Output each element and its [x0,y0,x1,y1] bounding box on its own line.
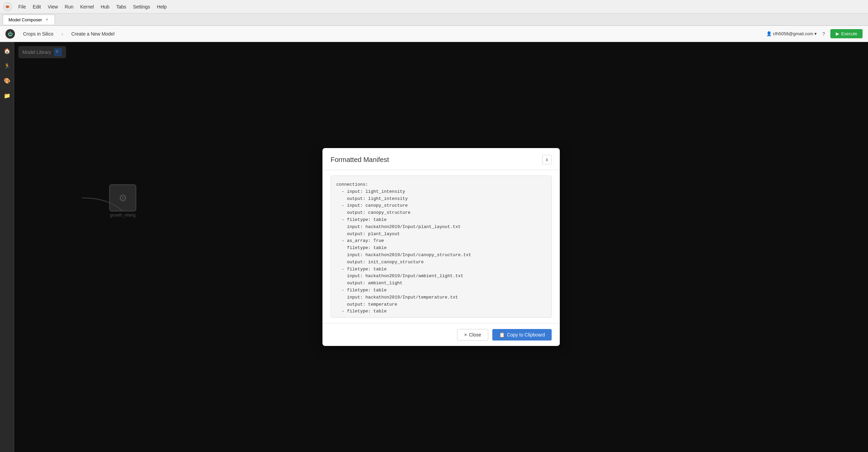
modal-body: connections: - input: light_intensity ou… [322,170,560,323]
menu-help[interactable]: Help [154,3,170,11]
sidebar-icon-palette[interactable]: 🎨 [2,76,12,85]
modal-overlay[interactable]: Formatted Manifest x connections: - inpu… [14,42,868,452]
formatted-manifest-modal: Formatted Manifest x connections: - inpu… [322,148,560,346]
canvas-area: Model Library 🔍 ⚙ growth_mlang Formatted… [14,42,868,452]
menu-settings[interactable]: Settings [130,3,154,11]
execute-play-icon: ▶ [836,31,839,36]
app-power-icon: ⏻ [5,29,15,39]
manifest-code-block[interactable]: connections: - input: light_intensity ou… [331,176,552,318]
tab-label: Model Composer [8,17,42,22]
execute-button[interactable]: ▶ Execute [830,29,863,38]
copy-to-clipboard-button[interactable]: 📋 Copy to Clipboard [492,329,552,341]
menu-tabs[interactable]: Tabs [113,3,130,11]
model-composer-tab[interactable]: Model Composer × [3,15,55,24]
tabbar: Model Composer × [0,14,868,26]
user-icon: 👤 [766,31,772,36]
modal-footer: × Close 📋 Copy to Clipboard [322,323,560,346]
sidebar-icon-folder[interactable]: 📁 [2,91,12,100]
sidebar-icon-home[interactable]: 🏠 [2,46,12,56]
clipboard-icon: 📋 [499,332,505,337]
menubar: File Edit View Run Kernel Hub Tabs Setti… [0,0,868,14]
tab-close-button[interactable]: × [45,17,49,22]
menu-run[interactable]: Run [61,3,77,11]
close-icon: × [464,332,467,337]
app-header: ⏻ Crops in Silico › Create a New Model 👤… [0,26,868,42]
modal-close-x-button[interactable]: x [542,155,552,164]
main-content: 🏠 🏃 🎨 📁 Model Library 🔍 ⚙ growth_mlang F… [0,42,868,452]
menu-file[interactable]: File [15,3,29,11]
menu-kernel[interactable]: Kernel [77,3,97,11]
close-button[interactable]: × Close [457,329,488,341]
copy-button-label: Copy to Clipboard [507,332,545,337]
modal-header: Formatted Manifest x [322,148,560,170]
header-right: 👤 cfh5058@gmail.com ▾ ? ▶ Execute [766,29,863,38]
app-logo [3,2,12,12]
user-email: cfh5058@gmail.com [773,31,813,36]
user-info[interactable]: 👤 cfh5058@gmail.com ▾ [766,31,817,36]
sidebar: 🏠 🏃 🎨 📁 [0,42,14,452]
modal-title: Formatted Manifest [331,156,389,164]
menu-view[interactable]: View [44,3,61,11]
nav-create-new-model[interactable]: Create a New Model [68,30,117,38]
help-button[interactable]: ? [822,31,825,37]
nav-crops-in-silico[interactable]: Crops in Silico [20,30,56,38]
execute-label: Execute [841,31,857,36]
menu-hub[interactable]: Hub [97,3,113,11]
menu-edit[interactable]: Edit [29,3,44,11]
sidebar-icon-run[interactable]: 🏃 [2,61,12,70]
close-button-label: Close [469,332,481,337]
user-dropdown-icon: ▾ [814,31,817,36]
nav-separator: › [61,31,63,37]
